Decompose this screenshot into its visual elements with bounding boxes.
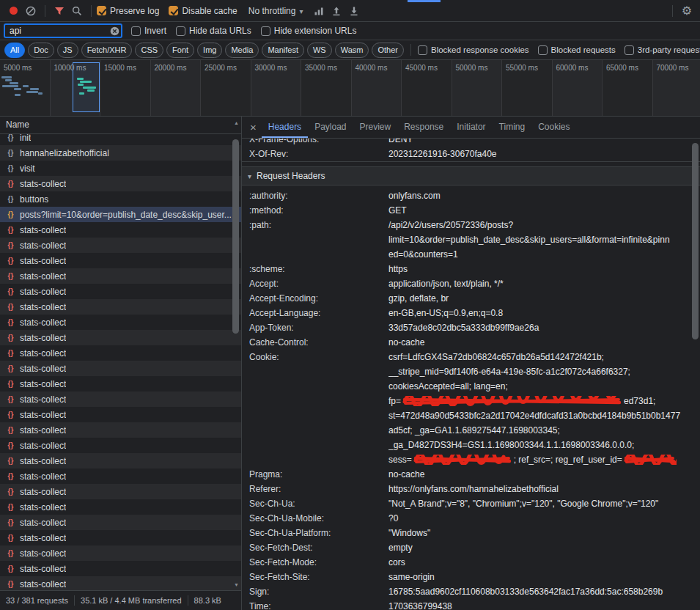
search-button[interactable] <box>68 2 86 20</box>
overview-selection-box[interactable] <box>73 62 100 112</box>
filter-type-chip[interactable]: Wasm <box>335 43 369 58</box>
request-row[interactable]: {} init <box>0 134 241 145</box>
header-row: Sec-Fetch-Mode:cors <box>242 555 700 570</box>
filter-type-chip[interactable]: WS <box>307 43 332 58</box>
request-row[interactable]: {} stats-collect <box>0 345 241 361</box>
filter-option-checkbox[interactable]: Hide data URLs <box>176 26 251 36</box>
request-name: posts?limit=10&order=publish_date_desc&s… <box>20 210 232 220</box>
request-row[interactable]: {} stats-collect <box>0 407 241 422</box>
network-filter-input[interactable] <box>4 23 122 38</box>
request-row[interactable]: {} stats-collect <box>0 468 241 484</box>
details-tab[interactable]: Response <box>397 117 450 138</box>
request-headers-section-header[interactable]: Request Headers <box>242 166 700 185</box>
network-overview-timeline[interactable]: 5000 ms 10000 ms 15000 ms 20000 ms 25000… <box>0 60 700 117</box>
request-row[interactable]: {} stats-collect <box>0 376 241 392</box>
request-type-icon: {} <box>6 257 15 265</box>
checkbox-checked-icon <box>97 6 106 15</box>
settings-gear-icon[interactable] <box>678 2 696 20</box>
details-tab[interactable]: Timing <box>493 117 532 138</box>
request-row[interactable]: {} stats-collect <box>0 176 241 191</box>
blocked-filter-checkbox[interactable]: 3rd-party requests <box>625 45 700 55</box>
request-row[interactable]: {} buttons <box>0 191 241 207</box>
request-row[interactable]: {} stats-collect <box>0 515 241 530</box>
details-tab[interactable]: Cookies <box>531 117 576 138</box>
request-row[interactable]: {} stats-collect <box>0 361 241 376</box>
details-tab[interactable]: Headers <box>262 117 308 138</box>
request-row[interactable]: {} stats-collect <box>0 222 241 238</box>
request-row[interactable]: {} stats-collect <box>0 561 241 576</box>
filter-type-chip[interactable]: Doc <box>28 43 54 58</box>
header-value: no-cache <box>388 467 700 482</box>
throttling-dropdown[interactable]: No throttling <box>248 6 303 16</box>
disable-cache-checkbox[interactable]: Disable cache <box>169 6 237 16</box>
request-name: stats-collect <box>20 225 66 235</box>
header-name: X-Of-Rev: <box>249 147 388 161</box>
request-row[interactable]: {} visit <box>0 161 241 176</box>
request-type-icon: {} <box>6 472 15 480</box>
right-scrollbar-thumb[interactable] <box>692 143 699 339</box>
network-conditions-button[interactable] <box>310 2 328 20</box>
header-row: :scheme:https <box>242 262 700 276</box>
request-type-icon: {} <box>6 488 15 496</box>
request-row[interactable]: {} stats-collect <box>0 576 241 590</box>
name-column-header[interactable]: Name <box>0 117 241 134</box>
request-name: stats-collect <box>20 487 66 497</box>
request-row[interactable]: {} hannahelizabethofficial <box>0 145 241 161</box>
request-name: hannahelizabethofficial <box>20 148 109 158</box>
filter-button[interactable] <box>51 2 68 20</box>
clear-filter-icon[interactable] <box>110 26 119 36</box>
preserve-log-checkbox[interactable]: Preserve log <box>97 6 159 16</box>
request-headers-rows: :authority:onlyfans.com:method:GET:path:… <box>242 185 700 610</box>
scroll-up-icon[interactable] <box>234 120 239 125</box>
request-row[interactable]: {} stats-collect <box>0 299 241 315</box>
request-row[interactable]: {} stats-collect <box>0 484 241 499</box>
filter-option-checkbox[interactable]: Hide extension URLs <box>261 26 357 36</box>
request-row[interactable]: {} stats-collect <box>0 530 241 545</box>
request-type-filter-bar: AllDocJSFetch/XHRCSSFontImgMediaManifest… <box>0 40 700 60</box>
request-type-icon: {} <box>6 364 15 372</box>
request-row[interactable]: {} stats-collect <box>0 422 241 438</box>
details-tab[interactable]: Preview <box>353 117 398 138</box>
filter-type-chip[interactable]: Img <box>197 43 222 58</box>
request-row[interactable]: {} stats-collect <box>0 438 241 453</box>
blocked-filter-checkbox[interactable]: Blocked requests <box>538 45 616 55</box>
checkbox-label: Hide data URLs <box>189 26 251 36</box>
close-icon[interactable] <box>245 121 262 133</box>
filter-type-chip[interactable]: CSS <box>135 43 163 58</box>
checkbox-checked-icon <box>169 6 178 15</box>
header-value: ?0 <box>388 511 700 526</box>
filter-type-chip[interactable]: All <box>4 43 25 58</box>
export-har-button[interactable] <box>345 2 363 20</box>
import-har-button[interactable] <box>328 2 345 20</box>
filter-type-chip[interactable]: Font <box>166 43 194 58</box>
header-name: Accept-Language: <box>249 306 388 320</box>
filter-type-chip[interactable]: JS <box>57 43 78 58</box>
request-row[interactable]: {} stats-collect <box>0 268 241 284</box>
request-row[interactable]: {} stats-collect <box>0 253 241 268</box>
request-row[interactable]: {} stats-collect <box>0 284 241 299</box>
details-tab[interactable]: Initiator <box>450 117 492 138</box>
details-tab[interactable]: Payload <box>308 117 353 138</box>
filter-type-chip[interactable]: Manifest <box>262 43 304 58</box>
blocked-filter-checkbox[interactable]: Blocked response cookies <box>418 45 529 55</box>
request-row[interactable]: {} stats-collect <box>0 392 241 407</box>
clear-button[interactable] <box>22 2 40 20</box>
header-name: Time: <box>249 599 388 610</box>
request-row[interactable]: {} stats-collect <box>0 499 241 515</box>
filter-type-chip[interactable]: Other <box>372 43 404 58</box>
request-row[interactable]: {} posts?limit=10&order=publish_date_des… <box>0 207 241 222</box>
scroll-down-icon[interactable] <box>234 582 239 587</box>
request-row[interactable]: {} stats-collect <box>0 330 241 345</box>
request-row[interactable]: {} stats-collect <box>0 453 241 468</box>
request-row[interactable]: {} stats-collect <box>0 315 241 330</box>
checkbox-label: Hide extension URLs <box>274 26 357 36</box>
filter-type-chip[interactable]: Media <box>225 43 259 58</box>
filter-option-checkbox[interactable]: Invert <box>131 26 166 36</box>
request-row[interactable]: {} stats-collect <box>0 238 241 253</box>
left-scrollbar-thumb[interactable] <box>232 139 239 334</box>
header-value: 16785:5aad9602cf110608b03133de563642fac1… <box>388 584 700 599</box>
filter-type-chip[interactable]: Fetch/XHR <box>81 43 133 58</box>
record-button[interactable] <box>4 2 22 20</box>
request-row[interactable]: {} stats-collect <box>0 545 241 561</box>
request-type-icon: {} <box>6 210 15 218</box>
